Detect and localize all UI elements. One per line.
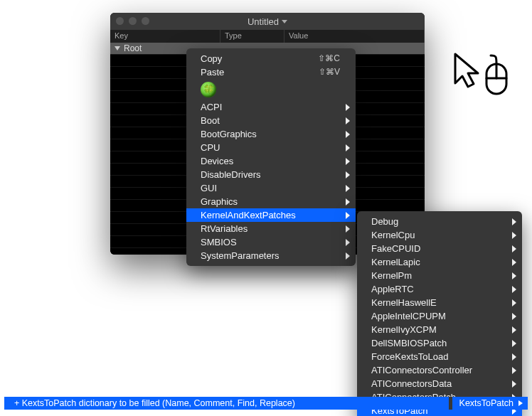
titlebar: Untitled	[110, 13, 425, 30]
menu-item-label: ATIConnectorsData	[371, 377, 506, 390]
chevron-right-icon	[518, 400, 523, 406]
zoom-icon[interactable]	[142, 17, 149, 25]
chevron-right-icon	[512, 299, 516, 306]
submenu-item-forcekextstoload[interactable]: ForceKextsToLoad	[357, 350, 522, 363]
submenu-item-kernelpm[interactable]: KernelPm	[357, 269, 522, 282]
close-icon[interactable]	[116, 17, 124, 25]
column-headers: Key Type Value	[110, 30, 425, 43]
menu-item-label: Devices	[201, 154, 340, 168]
context-submenu: DebugKernelCpuFakeCPUIDKernelLapicKernel…	[357, 211, 522, 416]
disclosure-icon[interactable]	[115, 46, 120, 50]
chevron-right-icon	[346, 198, 350, 206]
context-menu: Copy ⇧⌘C Paste ⇧⌘V 🍀 ACPIBootBootGraphic…	[186, 48, 356, 266]
chevron-right-icon	[512, 245, 516, 252]
menu-item-label: ForceKextsToLoad	[371, 350, 506, 363]
submenu-item-kernellapic[interactable]: KernelLapic	[357, 255, 522, 269]
submenu-item-dellsmbiospatch[interactable]: DellSMBIOSPatch	[357, 336, 522, 350]
menu-item-label: GUI	[201, 181, 340, 195]
minimize-icon[interactable]	[129, 17, 137, 25]
menu-item-devices[interactable]: Devices	[186, 154, 356, 168]
menu-item-gui[interactable]: GUI	[186, 181, 356, 195]
submenu-item-appleintelcpupm[interactable]: AppleIntelCPUPM	[357, 309, 522, 323]
chevron-right-icon	[346, 144, 350, 151]
menu-item-label: CPU	[201, 141, 340, 154]
submenu-item-aticonnectorsdata[interactable]: ATIConnectorsData	[357, 377, 522, 390]
menu-item-label: DellSMBIOSPatch	[371, 336, 506, 350]
chevron-right-icon	[346, 185, 350, 192]
column-type[interactable]: Type	[220, 30, 284, 43]
chevron-right-icon	[346, 252, 350, 260]
menu-item-label: Boot	[201, 114, 340, 127]
chevron-down-icon	[282, 20, 287, 23]
status-bar-highlight[interactable]: KextsToPatch	[452, 397, 528, 410]
menu-item-label: KernelAndKextPatches	[201, 208, 340, 222]
menu-item-smbios[interactable]: SMBIOS	[186, 235, 356, 249]
menu-item-label: KernelCpu	[371, 228, 506, 242]
menu-item-label: KernelIvyXCPM	[371, 323, 506, 336]
column-key[interactable]: Key	[110, 30, 220, 43]
menu-item-label: KernelLapic	[371, 255, 506, 269]
chevron-right-icon	[512, 313, 516, 320]
chevron-right-icon	[346, 158, 350, 165]
menu-item-acpi[interactable]: ACPI	[186, 100, 356, 114]
traffic-lights	[116, 17, 149, 25]
menu-item-shortcut: ⇧⌘V	[319, 65, 340, 79]
menu-item-label: KernelHaswellE	[371, 296, 506, 309]
chevron-right-icon	[512, 272, 516, 279]
chevron-right-icon	[346, 212, 350, 219]
chevron-right-icon	[512, 286, 516, 293]
chevron-right-icon	[346, 225, 350, 233]
menu-clover-row[interactable]: 🍀	[186, 79, 356, 100]
clover-icon: 🍀	[201, 82, 216, 97]
submenu-item-applertc[interactable]: AppleRTC	[357, 282, 522, 296]
menu-item-disabledrivers[interactable]: DisableDrivers	[186, 168, 356, 181]
submenu-item-aticonnectorscontroller[interactable]: ATIConnectorsController	[357, 363, 522, 377]
menu-item-label: KernelPm	[371, 269, 506, 282]
menu-item-label: Paste	[201, 65, 302, 79]
chevron-right-icon	[512, 380, 516, 388]
chevron-right-icon	[512, 367, 516, 374]
column-value[interactable]: Value	[284, 30, 425, 43]
menu-item-shortcut: ⇧⌘C	[318, 52, 340, 65]
chevron-right-icon	[346, 131, 350, 138]
status-bar: + KextsToPatch dictionary to be filled (…	[4, 397, 528, 410]
menu-item-rtvariables[interactable]: RtVariables	[186, 222, 356, 235]
menu-item-label: ATIConnectorsController	[371, 363, 506, 377]
menu-item-label: ACPI	[201, 100, 340, 114]
window-title-text: Untitled	[248, 16, 279, 27]
submenu-item-fakecpuid[interactable]: FakeCPUID	[357, 242, 522, 255]
menu-item-label: SystemParameters	[201, 249, 340, 262]
menu-item-label: AppleIntelCPUPM	[371, 309, 506, 323]
chevron-right-icon	[512, 218, 516, 225]
menu-item-label: Copy	[201, 52, 301, 65]
cursor-mouse-icon	[452, 51, 511, 97]
submenu-item-debug[interactable]: Debug	[357, 215, 522, 228]
menu-item-label: FakeCPUID	[371, 242, 506, 255]
status-bar-highlight-label: KextsToPatch	[459, 398, 514, 408]
menu-item-cpu[interactable]: CPU	[186, 141, 356, 154]
chevron-right-icon	[512, 232, 516, 239]
menu-item-boot[interactable]: Boot	[186, 114, 356, 127]
menu-item-graphics[interactable]: Graphics	[186, 195, 356, 208]
window-title[interactable]: Untitled	[110, 16, 425, 27]
submenu-item-kernelcpu[interactable]: KernelCpu	[357, 228, 522, 242]
menu-item-systemparameters[interactable]: SystemParameters	[186, 249, 356, 262]
chevron-right-icon	[346, 239, 350, 246]
chevron-right-icon	[512, 340, 516, 347]
menu-item-kernelandkextpatches[interactable]: KernelAndKextPatches	[186, 208, 356, 222]
menu-paste[interactable]: Paste ⇧⌘V	[186, 65, 356, 79]
menu-item-label: Debug	[371, 215, 506, 228]
menu-item-bootgraphics[interactable]: BootGraphics	[186, 127, 356, 141]
menu-copy[interactable]: Copy ⇧⌘C	[186, 52, 356, 65]
chevron-right-icon	[346, 171, 350, 178]
submenu-item-kernelivyxcpm[interactable]: KernelIvyXCPM	[357, 323, 522, 336]
submenu-item-kernelhaswelle[interactable]: KernelHaswellE	[357, 296, 522, 309]
menu-item-label: DisableDrivers	[201, 168, 340, 181]
menu-item-label: AppleRTC	[371, 282, 506, 296]
chevron-right-icon	[512, 353, 516, 361]
chevron-right-icon	[346, 117, 350, 124]
menu-item-label: SMBIOS	[201, 235, 340, 249]
menu-item-label: RtVariables	[201, 222, 340, 235]
menu-item-label: BootGraphics	[201, 127, 340, 141]
chevron-right-icon	[512, 259, 516, 266]
